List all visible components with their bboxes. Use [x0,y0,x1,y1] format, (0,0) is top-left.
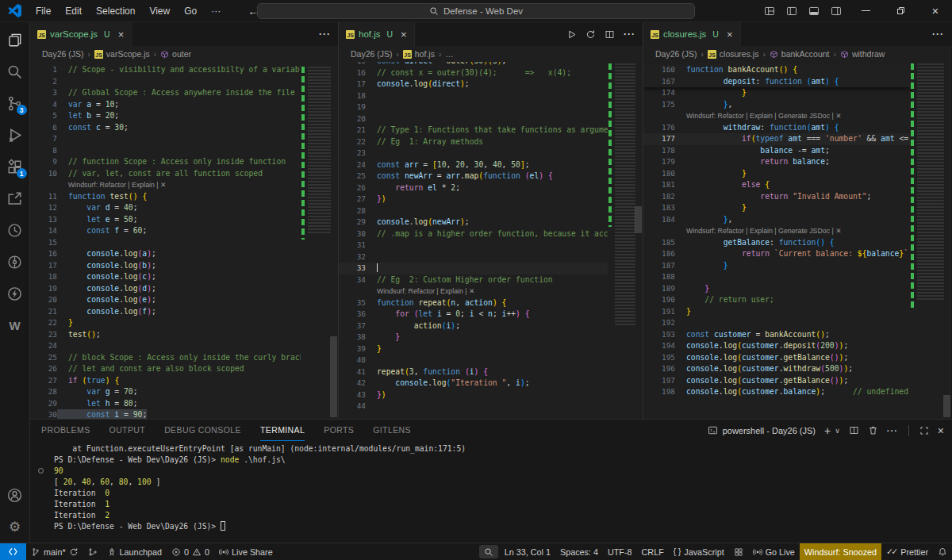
scrollbar[interactable] [330,336,337,417]
status-extension[interactable] [729,543,748,560]
kill-terminal-icon[interactable] [868,425,878,435]
activitybar-history-icon[interactable] [0,214,30,246]
more-icon[interactable]: ··· [319,29,331,40]
customize-layout-icon[interactable] [758,0,781,22]
status-branch[interactable]: main* [26,543,83,560]
activitybar-search-icon[interactable] [0,56,30,87]
tab-hof.js[interactable]: JShof.jsU × [339,22,415,46]
panel-tab-ports[interactable]: PORTS [324,420,354,441]
activitybar-extensions-icon[interactable]: 1 [0,151,30,182]
status-eol[interactable]: CRLF [637,543,669,560]
codelens[interactable]: Windsurf: Refactor | Explain | Generate … [643,110,910,122]
toggle-secondary-sidebar-icon[interactable] [825,0,847,22]
status-indentation[interactable]: Spaces: 4 [555,543,603,560]
breadcrumb-item[interactable]: outer [160,49,191,59]
tab-varScope.js[interactable]: JSvarScope.jsU × [30,22,132,46]
activitybar-scm-icon[interactable]: 3 [0,87,30,119]
menu-go[interactable]: Go [178,3,203,19]
status-windsurf[interactable]: Windsurf: Snoozed [800,543,881,560]
activitybar-share-icon[interactable] [0,182,30,214]
close-tab-icon[interactable]: × [727,29,733,40]
activitybar-debug-icon[interactable] [0,119,30,151]
close-tab-icon[interactable]: × [118,29,125,40]
toggle-panel-icon[interactable] [803,0,825,22]
status-live-share[interactable]: Live Share [214,543,278,560]
status-problems[interactable]: 00 [167,543,214,560]
code-editor[interactable]: 15const direct = outer(30)(3);16// const… [339,62,643,419]
breadcrumb-item[interactable]: Day26 (JS) [655,49,697,59]
status-go-live[interactable]: Go Live [748,543,800,560]
codelens[interactable]: Windsurf: Refactor | Explain | Generate … [643,225,910,237]
command-decoration-icon[interactable] [38,468,44,474]
status-language[interactable]: { }JavaScript [669,543,729,560]
breadcrumb[interactable]: Day26 (JS)›JSvarScope.js›outer [30,46,338,62]
scrollbar[interactable] [635,206,642,233]
status-encoding[interactable]: UTF-8 [603,543,637,560]
code-editor[interactable]: 1// Scope - visibility and accessibilty … [30,62,338,419]
panel-tab-gitlens[interactable]: GITLENS [373,420,411,441]
panel-tab-problems[interactable]: PROBLEMS [41,420,90,441]
rerun-icon[interactable] [585,29,596,40]
code-line: 21// Type 1: Functions that take functio… [339,125,608,136]
status-cursor-position[interactable]: Ln 33, Col 1 [500,543,555,560]
menu-edit[interactable]: Edit [59,3,88,19]
status-notifications[interactable] [933,543,952,560]
activitybar-windsurf-icon[interactable]: W [0,309,30,341]
activitybar-graph-circle-icon[interactable] [0,246,30,278]
codelens[interactable]: Windsurf: Refactor | Explain | ✕ [30,179,301,191]
breadcrumb-item[interactable]: JSvarScope.js [94,49,150,59]
codelens[interactable]: Windsurf: Refactor | Explain | ✕ [339,286,608,297]
minimize-button[interactable] [849,0,882,22]
menu-view[interactable]: View [143,3,176,19]
minimap[interactable] [608,62,643,419]
activitybar-gear-icon[interactable]: ⚙ [0,511,30,543]
activitybar-files-icon[interactable] [0,24,30,56]
breadcrumb-item[interactable]: JShof.js [403,49,435,59]
minimap[interactable] [910,62,951,419]
menu-more[interactable]: ··· [205,3,227,19]
play-icon[interactable] [566,29,577,40]
code-line: 36 for (let i = 0; i < n; i++) { [339,309,608,320]
status-remote[interactable] [0,543,26,560]
tab-closures.js[interactable]: JSclosures.jsU × [643,22,741,46]
breadcrumb[interactable]: Day26 (JS)›JShof.js›… [339,46,643,62]
panel-tab-output[interactable]: OUTPUT [109,420,146,441]
activitybar-account-icon[interactable] [0,479,30,511]
close-button[interactable]: × [919,0,952,22]
breadcrumb-item[interactable]: JSclosures.js [708,49,759,59]
status-commit-graph[interactable] [83,543,102,560]
panel-tab-terminal[interactable]: TERMINAL [260,420,305,441]
menu-selection[interactable]: Selection [90,3,141,19]
breadcrumb[interactable]: Day26 (JS)›JSclosures.js›bankAccount›wit… [643,46,951,62]
maximize-panel-icon[interactable] [919,426,929,435]
new-terminal-button[interactable]: + [824,424,831,437]
panel-more-icon[interactable]: ··· [887,426,898,435]
command-center-search[interactable]: Defense - Web Dev [257,3,695,19]
more-icon[interactable]: ··· [624,29,635,40]
terminal-output[interactable]: at Function.executeUserEntryPoint [as ru… [30,441,952,543]
terminal-dropdown-icon[interactable]: ∨ [835,427,840,435]
split-terminal-icon[interactable] [849,425,859,435]
breadcrumb-item[interactable]: … [445,49,454,59]
breadcrumb-item[interactable]: bankAccount [770,49,830,59]
breadcrumb-item[interactable]: Day26 (JS) [351,49,393,59]
code-line: 5let b = 20; [30,110,301,122]
status-launchpad[interactable]: Launchpad [102,543,167,560]
menu-file[interactable]: File [29,3,57,19]
close-tab-icon[interactable]: × [401,29,407,40]
breadcrumb-item[interactable]: Day26 (JS) [42,49,84,59]
code-editor[interactable]: 160function bankAccount() {167 deposit: … [643,62,951,419]
terminal-session[interactable]: powershell - Day26 (JS) [708,425,816,435]
activitybar-bolt-icon[interactable] [0,278,30,309]
split-icon[interactable] [605,29,615,40]
scrollbar[interactable] [943,395,950,417]
restore-button[interactable] [884,0,917,22]
status-zoom[interactable] [479,545,498,558]
more-icon[interactable]: ··· [932,29,944,40]
status-prettier[interactable]: ✓✓Prettier [881,543,933,560]
code-line: 187 } [643,260,910,272]
panel-tab-debug-console[interactable]: DEBUG CONSOLE [164,420,241,441]
breadcrumb-item[interactable]: withdraw [840,49,885,59]
toggle-sidebar-icon[interactable] [781,0,803,22]
close-panel-icon[interactable]: × [938,424,944,437]
